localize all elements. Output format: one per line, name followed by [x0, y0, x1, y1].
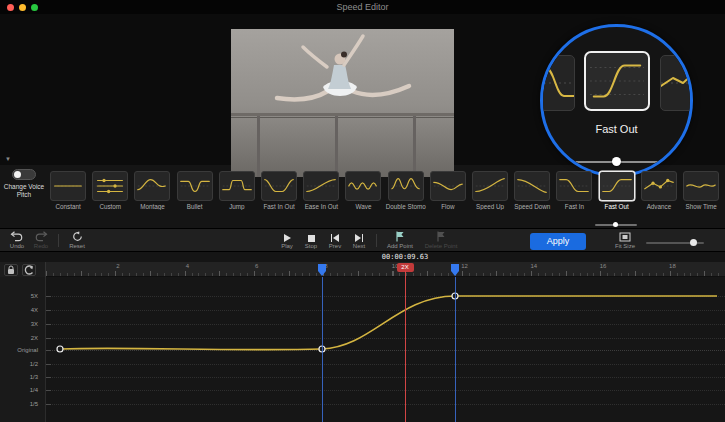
preset-double-stomo[interactable]: Double Stomo — [385, 171, 427, 210]
zoom-slider-knob[interactable] — [690, 239, 697, 246]
speed-level-label: 5X — [2, 292, 38, 300]
keyframe-line-1 — [322, 277, 323, 422]
axis-tick — [46, 338, 51, 339]
speed-curve[interactable] — [46, 277, 725, 422]
undo-icon — [6, 231, 28, 242]
neighbor-preset-fragment-left — [540, 55, 575, 111]
preset-thumbnail — [472, 171, 508, 201]
stop-icon — [300, 231, 322, 242]
window-title: Speed Editor — [0, 0, 725, 14]
toolbar: Undo Redo Reset Play Stop Prev Next Add … — [0, 228, 725, 252]
preset-thumbnail — [556, 171, 592, 201]
preset-label: Fast In — [553, 203, 595, 210]
dancer-illustration — [231, 29, 454, 177]
curve-mode-icon — [24, 265, 34, 275]
lock-button[interactable] — [4, 264, 18, 276]
axis-tick — [46, 324, 51, 325]
preset-label: Fast Out — [596, 203, 638, 210]
reset-icon — [64, 231, 90, 242]
preset-label: Bullet — [174, 203, 216, 210]
undo-label: Undo — [6, 243, 28, 249]
preset-speed-down[interactable]: Speed Down — [511, 171, 553, 210]
axis-tick — [46, 404, 51, 405]
preset-thumbnail — [134, 171, 170, 201]
callout-preset-name: Fast Out — [543, 123, 690, 135]
fit-size-button[interactable]: Fit Size — [608, 231, 642, 249]
next-icon — [348, 231, 370, 242]
preset-speed-slider-knob[interactable] — [613, 222, 618, 227]
timeline-ruler[interactable]: 24681012141618 2X — [0, 262, 725, 277]
redo-label: Redo — [30, 243, 52, 249]
reset-button[interactable]: Reset — [64, 231, 90, 249]
preset-custom[interactable]: Custom — [89, 171, 131, 210]
ruler-tick-label: 16 — [600, 263, 607, 269]
play-icon — [276, 231, 298, 242]
redo-button[interactable]: Redo — [30, 231, 52, 249]
preset-thumbnail — [303, 171, 339, 201]
axis-tick — [46, 350, 51, 351]
timeline-zoom-slider[interactable] — [646, 238, 704, 248]
preset-thumbnail — [261, 171, 297, 201]
fit-size-icon — [608, 231, 642, 242]
preset-thumbnail — [683, 171, 719, 201]
preset-thumbnail — [641, 171, 677, 201]
keyframe-line-2 — [455, 277, 456, 422]
axis-tick — [46, 310, 51, 311]
add-point-label: Add Point — [382, 243, 418, 249]
speed-curve-panel[interactable]: 5X4X3X2XOriginal1/21/31/41/5 — [0, 277, 725, 422]
fit-size-label: Fit Size — [608, 243, 642, 249]
voice-pitch-toggle[interactable] — [12, 169, 36, 180]
playhead-line[interactable] — [405, 271, 406, 422]
ruler-tick-label: 6 — [255, 263, 258, 269]
preset-label: Advance — [638, 203, 680, 210]
next-frame-button[interactable]: Next — [348, 231, 370, 249]
collapse-panel-icon[interactable]: ▼ — [5, 156, 11, 162]
preset-label: Speed Down — [511, 203, 553, 210]
prev-frame-button[interactable]: Prev — [324, 231, 346, 249]
toolbar-separator — [376, 234, 377, 247]
preset-fast-in[interactable]: Fast In — [553, 171, 595, 210]
preset-bullet[interactable]: Bullet — [174, 171, 216, 210]
ruler-unit-ticks — [46, 271, 725, 276]
add-point-button[interactable]: Add Point — [382, 231, 418, 249]
preview-area: Fast Out — [0, 14, 725, 165]
speed-level-label: 2X — [2, 334, 38, 342]
magnifier-callout: Fast Out — [540, 24, 693, 177]
preset-thumbnail — [92, 171, 128, 201]
preset-thumbnail — [388, 171, 424, 201]
curve-handle-start[interactable] — [57, 346, 63, 352]
ruler-tick-label: 12 — [461, 263, 468, 269]
delete-point-label: Delete Point — [420, 243, 462, 249]
preset-thumbnail — [430, 171, 466, 201]
reset-label: Reset — [64, 243, 90, 249]
toggle-knob-icon — [14, 171, 21, 178]
curve-mode-button[interactable] — [22, 264, 36, 276]
delete-point-button[interactable]: Delete Point — [420, 231, 462, 249]
preset-constant[interactable]: Constant — [47, 171, 89, 210]
preset-wave[interactable]: Wave — [342, 171, 384, 210]
preset-ease-in-out[interactable]: Ease In Out — [300, 171, 342, 210]
undo-button[interactable]: Undo — [6, 231, 28, 249]
preset-advance[interactable]: Advance — [638, 171, 680, 210]
stop-label: Stop — [300, 243, 322, 249]
preset-fast-out[interactable]: Fast Out — [596, 171, 638, 210]
apply-button[interactable]: Apply — [530, 233, 586, 250]
callout-speed-slider-knob[interactable] — [612, 157, 621, 166]
preset-label: Show Time — [680, 203, 722, 210]
preset-montage[interactable]: Montage — [131, 171, 173, 210]
preset-speed-up[interactable]: Speed Up — [469, 171, 511, 210]
preset-fast-in-out[interactable]: Fast In Out — [258, 171, 300, 210]
preset-flow[interactable]: Flow — [427, 171, 469, 210]
preset-thumbnail — [177, 171, 213, 201]
lock-icon — [7, 265, 15, 275]
preset-show-time[interactable]: Show Time — [680, 171, 722, 210]
play-label: Play — [276, 243, 298, 249]
current-timecode: 00:00:09.63 — [365, 252, 445, 262]
stop-button[interactable]: Stop — [300, 231, 322, 249]
play-button[interactable]: Play — [276, 231, 298, 249]
preset-thumbnail — [50, 171, 86, 201]
preset-label: Fast In Out — [258, 203, 300, 210]
speed-axis: 5X4X3X2XOriginal1/21/31/41/5 — [0, 277, 46, 422]
next-label: Next — [348, 243, 370, 249]
preset-jump[interactable]: Jump — [216, 171, 258, 210]
